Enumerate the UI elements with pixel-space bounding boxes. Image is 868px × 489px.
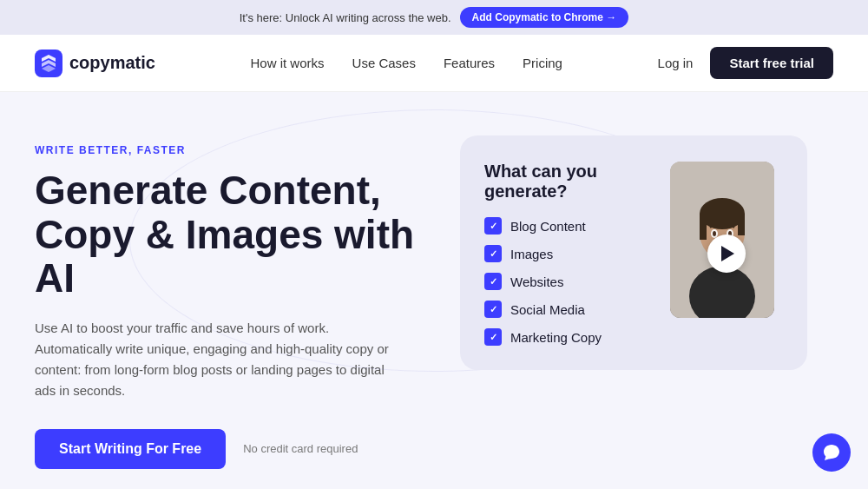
cta-row: Start Writing For Free No credit card re… xyxy=(35,429,434,469)
banner-text: It's here: Unlock AI writing across the … xyxy=(240,11,451,24)
video-person xyxy=(670,162,783,346)
navbar: copymatic How it works Use Cases Feature… xyxy=(0,35,868,92)
list-item: Images xyxy=(484,245,653,262)
svg-point-10 xyxy=(713,231,716,236)
chat-bubble-button[interactable] xyxy=(812,433,851,472)
check-icon xyxy=(484,273,502,290)
nav-links: How it works Use Cases Features Pricing xyxy=(251,56,562,70)
video-card-content: What can you generate? Blog Content Imag… xyxy=(484,162,653,346)
logo-text: copymatic xyxy=(69,53,155,73)
list-item: Blog Content xyxy=(484,217,653,235)
checklist: Blog Content Images Websites Social Medi… xyxy=(484,217,653,346)
check-icon xyxy=(484,245,502,262)
top-banner: It's here: Unlock AI writing across the … xyxy=(0,0,868,35)
start-trial-button[interactable]: Start free trial xyxy=(710,47,833,79)
play-triangle-icon xyxy=(721,246,734,261)
check-icon xyxy=(484,301,502,318)
start-writing-button[interactable]: Start Writing For Free xyxy=(35,429,226,469)
banner-cta-button[interactable]: Add Copymatic to Chrome → xyxy=(460,7,629,28)
nav-link-use-cases[interactable]: Use Cases xyxy=(352,56,416,70)
list-item: Websites xyxy=(484,273,653,290)
logo-icon xyxy=(35,50,62,77)
list-item: Social Media xyxy=(484,301,653,318)
nav-actions: Log in Start free trial xyxy=(658,47,833,79)
hero-section: WRITE BETTER, FASTER Generate Content, C… xyxy=(0,92,868,489)
nav-link-features[interactable]: Features xyxy=(444,56,495,70)
logo-link[interactable]: copymatic xyxy=(35,50,155,77)
check-icon xyxy=(484,328,502,346)
nav-link-pricing[interactable]: Pricing xyxy=(523,56,562,70)
hero-title: Generate Content, Copy & Images with AI xyxy=(35,169,434,301)
svg-rect-6 xyxy=(700,214,707,240)
video-card: What can you generate? Blog Content Imag… xyxy=(460,135,807,370)
svg-rect-7 xyxy=(738,214,745,235)
video-card-title: What can you generate? xyxy=(484,162,653,202)
hero-left: WRITE BETTER, FASTER Generate Content, C… xyxy=(35,135,434,489)
login-link[interactable]: Log in xyxy=(658,56,694,70)
nav-link-how-it-works[interactable]: How it works xyxy=(251,56,325,70)
hero-eyebrow: WRITE BETTER, FASTER xyxy=(35,144,434,156)
hero-description: Use AI to boost your traffic and save ho… xyxy=(35,318,399,401)
play-button[interactable] xyxy=(707,235,746,273)
hero-right: What can you generate? Blog Content Imag… xyxy=(434,135,833,489)
list-item: Marketing Copy xyxy=(484,328,653,346)
no-credit-card-text: No credit card required xyxy=(243,442,358,455)
check-icon xyxy=(484,217,502,235)
chat-icon xyxy=(822,443,841,462)
